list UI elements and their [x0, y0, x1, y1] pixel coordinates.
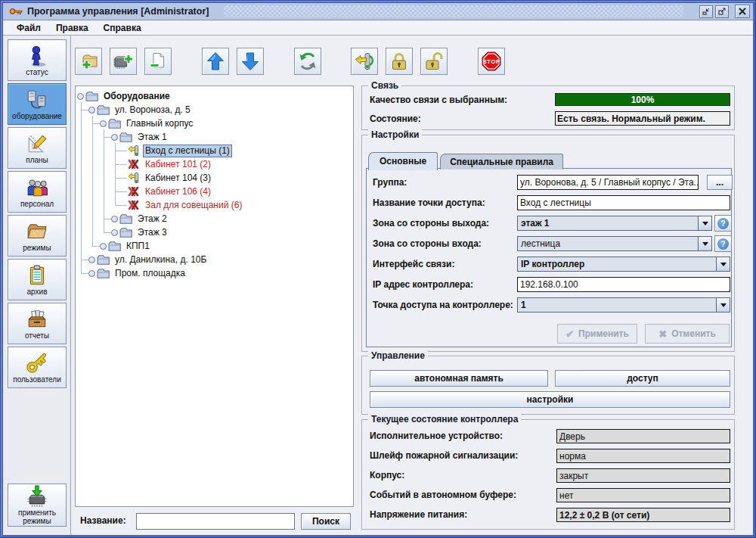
controller-settings-button[interactable]: настройки — [370, 391, 730, 408]
ap-name-field[interactable]: Вход с лестницы — [517, 195, 730, 210]
device-label: Исполнительное устройство: — [370, 431, 503, 441]
tree-expand-handle[interactable] — [100, 243, 107, 250]
tree-expand-handle[interactable] — [100, 120, 107, 127]
search-button[interactable]: Поиск — [301, 513, 351, 530]
sidebar-item-label: отчеты — [25, 331, 49, 340]
cancel-button[interactable]: ✖ Отменить — [645, 324, 730, 344]
folder-icon — [108, 241, 121, 251]
ap-number-combobox[interactable]: 1 — [517, 297, 730, 313]
sidebar-item-plans[interactable]: планы — [8, 127, 67, 169]
buffer-events-value: нет — [556, 488, 730, 502]
tree-node[interactable]: Этаж 1 — [76, 130, 353, 144]
access-point-icon — [127, 145, 140, 156]
tree-expand-handle[interactable] — [77, 93, 84, 100]
tree-node[interactable]: Этаж 2 — [76, 212, 353, 225]
tree-expand-handle[interactable] — [111, 216, 118, 222]
tree-expand-handle[interactable] — [88, 257, 95, 263]
sidebar-item-users[interactable]: пользователи — [8, 347, 67, 388]
sidebar-item-label: планы — [26, 156, 48, 164]
app-window: Программа управления [Administrator] Фай… — [0, 0, 756, 538]
state-label: Состояние: — [370, 114, 421, 124]
ap-name-label: Название точки доступа: — [373, 197, 518, 208]
sidebar-item-equipment[interactable]: оборудование — [8, 83, 67, 125]
equipment-tree-panel: Оборудование ул. Вороноза, д. 5 Главный … — [75, 86, 354, 507]
entry-zone-combobox[interactable]: лестница — [517, 236, 712, 251]
stop-button[interactable]: STOP — [478, 48, 505, 75]
folder-icon — [108, 118, 121, 129]
case-label: Корпус: — [370, 470, 404, 480]
access-point-button[interactable] — [351, 48, 378, 75]
offline-x-icon — [127, 159, 140, 169]
main-area: STOP Оборудование ул. Вороноза, д. 5 — [71, 36, 753, 535]
close-button[interactable] — [735, 5, 750, 18]
tree-node[interactable]: Кабинет 101 (2) — [76, 157, 353, 171]
equipment-tree: Оборудование ул. Вороноза, д. 5 Главный … — [76, 86, 353, 280]
remove-item-button[interactable] — [144, 48, 172, 75]
offline-x-icon — [127, 186, 140, 197]
chevron-down-icon[interactable] — [698, 216, 711, 230]
menu-file[interactable]: Файл — [9, 21, 48, 35]
sidebar-item-apply-modes[interactable]: применить режимы — [8, 484, 67, 527]
folder-icon — [97, 268, 110, 278]
chevron-down-icon[interactable] — [716, 298, 730, 312]
minimize-button[interactable] — [699, 5, 713, 18]
stop-label: STOP — [482, 58, 500, 65]
tree-node-root[interactable]: Оборудование — [76, 89, 353, 103]
menu-help[interactable]: Справка — [96, 21, 149, 35]
modes-folder-icon — [26, 220, 48, 243]
tree-expand-handle[interactable] — [111, 134, 118, 141]
tree-node[interactable]: ул. Вороноза, д. 5 — [76, 103, 353, 117]
tab-special-rules[interactable]: Специальные правила — [440, 154, 563, 169]
person-status-icon — [26, 45, 48, 67]
interface-combobox[interactable]: IP контроллер — [517, 257, 730, 272]
sidebar-item-status[interactable]: статус — [8, 39, 67, 81]
search-label: Название: — [80, 515, 126, 526]
tree-node[interactable]: Главный корпус — [76, 117, 353, 130]
sidebar-item-archive[interactable]: архив — [8, 259, 67, 300]
chevron-down-icon[interactable] — [716, 257, 730, 271]
refresh-button[interactable] — [294, 48, 321, 75]
search-input[interactable] — [136, 513, 295, 530]
tree-node[interactable]: КПП1 — [76, 239, 353, 253]
tab-main[interactable]: Основные — [368, 152, 438, 170]
unlock-button[interactable] — [420, 48, 448, 75]
add-controller-button[interactable] — [110, 48, 137, 75]
tree-node[interactable]: Зал для совещаний (6) — [76, 198, 353, 212]
settings-tabs: Основные Специальные правила — [368, 151, 565, 169]
tree-node-selected[interactable]: Вход с лестницы (1) — [76, 144, 353, 157]
tree-node[interactable]: Кабинет 106 (4) — [76, 185, 353, 198]
add-group-button[interactable] — [75, 48, 102, 75]
tree-node[interactable]: ул. Данилкина, д. 10Б — [76, 253, 353, 266]
apply-button[interactable]: ✔ Применить — [557, 324, 637, 344]
autonomous-memory-button[interactable]: автономная память — [370, 370, 548, 387]
sidebar-item-reports[interactable]: отчеты — [8, 303, 67, 344]
browse-button[interactable]: ... — [707, 175, 733, 190]
folder-icon — [97, 254, 110, 265]
folder-icon — [119, 227, 132, 238]
exit-zone-combobox[interactable]: этаж 1 — [517, 216, 712, 231]
tree-expand-handle[interactable] — [88, 107, 95, 114]
tree-node[interactable]: Этаж 3 — [76, 225, 353, 239]
lock-button[interactable] — [386, 48, 413, 75]
maximize-button[interactable] — [715, 5, 729, 18]
sidebar-item-label: архив — [27, 288, 48, 296]
access-button[interactable]: доступ — [555, 370, 730, 387]
ip-field[interactable]: 192.168.0.100 — [517, 277, 730, 292]
reports-drawer-icon — [26, 308, 48, 331]
entry-zone-help-button[interactable]: ? — [714, 235, 732, 252]
move-up-button[interactable] — [202, 48, 229, 75]
sidebar-item-modes[interactable]: режимы — [8, 215, 67, 257]
group-field[interactable]: ул. Воронова, д. 5 / Главный корпус / Эт… — [517, 175, 699, 190]
minimize-icon — [702, 7, 711, 16]
tree-expand-handle[interactable] — [111, 229, 118, 236]
sidebar-item-label: пользователи — [13, 375, 61, 384]
exit-zone-help-button[interactable]: ? — [714, 215, 732, 232]
sidebar-item-staff[interactable]: персонал — [8, 171, 67, 213]
tree-node[interactable]: Кабинет 104 (3) — [76, 171, 353, 185]
right-panel: Связь Качество связи с выбранным: 100% С… — [361, 86, 735, 536]
move-down-button[interactable] — [237, 48, 264, 75]
chevron-down-icon[interactable] — [698, 237, 711, 250]
tree-expand-handle[interactable] — [88, 270, 95, 277]
menu-edit[interactable]: Правка — [48, 21, 96, 35]
tree-node[interactable]: Пром. площадка — [76, 266, 353, 280]
